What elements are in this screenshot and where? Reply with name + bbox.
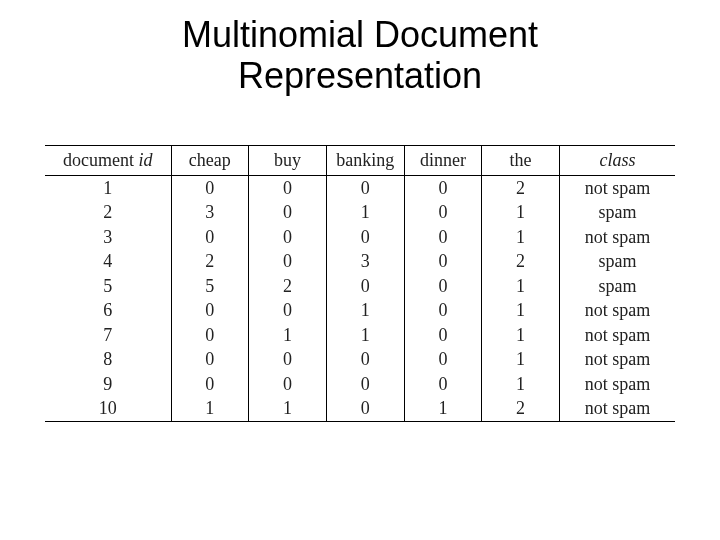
cell-dinner: 0: [404, 298, 482, 323]
header-id: document id: [45, 145, 171, 175]
cell-class: not spam: [559, 298, 675, 323]
table-row: 1011012not spam: [45, 396, 675, 421]
cell-the: 1: [482, 225, 560, 250]
cell-class: spam: [559, 249, 675, 274]
cell-the: 1: [482, 323, 560, 348]
cell-cheap: 0: [171, 347, 249, 372]
cell-dinner: 0: [404, 347, 482, 372]
cell-id: 5: [45, 274, 171, 299]
cell-id: 3: [45, 225, 171, 250]
cell-id: 8: [45, 347, 171, 372]
cell-buy: 2: [249, 274, 327, 299]
cell-the: 1: [482, 347, 560, 372]
cell-buy: 0: [249, 372, 327, 397]
cell-buy: 0: [249, 225, 327, 250]
cell-buy: 0: [249, 175, 327, 200]
cell-cheap: 0: [171, 372, 249, 397]
cell-the: 1: [482, 274, 560, 299]
cell-banking: 0: [326, 274, 404, 299]
header-class: class: [559, 145, 675, 175]
cell-the: 1: [482, 298, 560, 323]
cell-class: not spam: [559, 372, 675, 397]
header-buy: buy: [249, 145, 327, 175]
table-row: 552001spam: [45, 274, 675, 299]
header-id-doc: document: [63, 150, 138, 170]
cell-banking: 0: [326, 396, 404, 421]
title-line-1: Multinomial Document: [182, 14, 538, 55]
cell-class: spam: [559, 200, 675, 225]
cell-dinner: 0: [404, 200, 482, 225]
table-header-row: document id cheap buy banking dinner the…: [45, 145, 675, 175]
cell-id: 4: [45, 249, 171, 274]
cell-class: not spam: [559, 347, 675, 372]
document-table: document id cheap buy banking dinner the…: [45, 145, 675, 422]
cell-class: not spam: [559, 396, 675, 421]
header-the: the: [482, 145, 560, 175]
cell-cheap: 0: [171, 298, 249, 323]
data-table-wrap: document id cheap buy banking dinner the…: [45, 145, 675, 422]
cell-the: 1: [482, 200, 560, 225]
cell-dinner: 0: [404, 249, 482, 274]
table-row: 600101not spam: [45, 298, 675, 323]
cell-buy: 0: [249, 298, 327, 323]
header-dinner: dinner: [404, 145, 482, 175]
cell-class: not spam: [559, 323, 675, 348]
cell-id: 1: [45, 175, 171, 200]
cell-id: 2: [45, 200, 171, 225]
cell-dinner: 0: [404, 372, 482, 397]
cell-banking: 1: [326, 298, 404, 323]
cell-dinner: 0: [404, 175, 482, 200]
cell-the: 2: [482, 249, 560, 274]
cell-banking: 3: [326, 249, 404, 274]
cell-banking: 0: [326, 372, 404, 397]
cell-banking: 0: [326, 347, 404, 372]
slide-title: Multinomial Document Representation: [0, 14, 720, 97]
table-row: 230101spam: [45, 200, 675, 225]
header-id-id: id: [138, 150, 152, 170]
cell-buy: 0: [249, 249, 327, 274]
cell-cheap: 0: [171, 225, 249, 250]
table-row: 800001not spam: [45, 347, 675, 372]
cell-buy: 1: [249, 323, 327, 348]
cell-class: not spam: [559, 225, 675, 250]
cell-class: not spam: [559, 175, 675, 200]
header-cheap: cheap: [171, 145, 249, 175]
cell-buy: 1: [249, 396, 327, 421]
table-row: 420302spam: [45, 249, 675, 274]
table-row: 900001not spam: [45, 372, 675, 397]
cell-the: 2: [482, 175, 560, 200]
cell-dinner: 0: [404, 274, 482, 299]
cell-banking: 0: [326, 175, 404, 200]
table-row: 300001not spam: [45, 225, 675, 250]
title-line-2: Representation: [238, 55, 482, 96]
cell-banking: 1: [326, 323, 404, 348]
table-row: 100002not spam: [45, 175, 675, 200]
cell-banking: 1: [326, 200, 404, 225]
cell-id: 9: [45, 372, 171, 397]
cell-dinner: 0: [404, 225, 482, 250]
cell-id: 10: [45, 396, 171, 421]
cell-the: 2: [482, 396, 560, 421]
table-row: 701101not spam: [45, 323, 675, 348]
table-body: 100002not spam230101spam300001not spam42…: [45, 175, 675, 421]
cell-buy: 0: [249, 200, 327, 225]
cell-cheap: 2: [171, 249, 249, 274]
cell-banking: 0: [326, 225, 404, 250]
cell-cheap: 3: [171, 200, 249, 225]
cell-the: 1: [482, 372, 560, 397]
cell-class: spam: [559, 274, 675, 299]
cell-id: 7: [45, 323, 171, 348]
cell-id: 6: [45, 298, 171, 323]
cell-cheap: 0: [171, 323, 249, 348]
cell-dinner: 0: [404, 323, 482, 348]
cell-buy: 0: [249, 347, 327, 372]
cell-cheap: 5: [171, 274, 249, 299]
header-banking: banking: [326, 145, 404, 175]
cell-cheap: 1: [171, 396, 249, 421]
cell-dinner: 1: [404, 396, 482, 421]
cell-cheap: 0: [171, 175, 249, 200]
